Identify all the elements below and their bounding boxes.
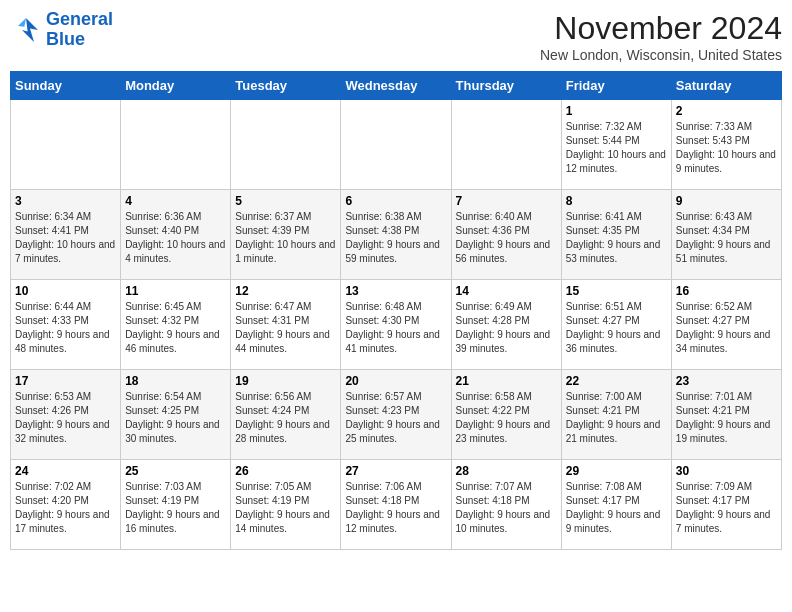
- calendar-cell: 26Sunrise: 7:05 AM Sunset: 4:19 PM Dayli…: [231, 460, 341, 550]
- day-number: 19: [235, 374, 336, 388]
- day-number: 29: [566, 464, 667, 478]
- day-number: 5: [235, 194, 336, 208]
- week-row-1: 3Sunrise: 6:34 AM Sunset: 4:41 PM Daylig…: [11, 190, 782, 280]
- day-info: Sunrise: 6:43 AM Sunset: 4:34 PM Dayligh…: [676, 210, 777, 266]
- day-info: Sunrise: 6:37 AM Sunset: 4:39 PM Dayligh…: [235, 210, 336, 266]
- day-number: 9: [676, 194, 777, 208]
- day-info: Sunrise: 7:32 AM Sunset: 5:44 PM Dayligh…: [566, 120, 667, 176]
- day-info: Sunrise: 7:02 AM Sunset: 4:20 PM Dayligh…: [15, 480, 116, 536]
- day-info: Sunrise: 7:05 AM Sunset: 4:19 PM Dayligh…: [235, 480, 336, 536]
- calendar-cell: 8Sunrise: 6:41 AM Sunset: 4:35 PM Daylig…: [561, 190, 671, 280]
- day-number: 4: [125, 194, 226, 208]
- day-info: Sunrise: 6:36 AM Sunset: 4:40 PM Dayligh…: [125, 210, 226, 266]
- calendar-cell: 11Sunrise: 6:45 AM Sunset: 4:32 PM Dayli…: [121, 280, 231, 370]
- day-number: 8: [566, 194, 667, 208]
- month-title: November 2024: [540, 10, 782, 47]
- day-info: Sunrise: 6:40 AM Sunset: 4:36 PM Dayligh…: [456, 210, 557, 266]
- day-info: Sunrise: 7:06 AM Sunset: 4:18 PM Dayligh…: [345, 480, 446, 536]
- header: General Blue November 2024 New London, W…: [10, 10, 782, 63]
- weekday-header-tuesday: Tuesday: [231, 72, 341, 100]
- day-info: Sunrise: 7:07 AM Sunset: 4:18 PM Dayligh…: [456, 480, 557, 536]
- calendar-cell: 22Sunrise: 7:00 AM Sunset: 4:21 PM Dayli…: [561, 370, 671, 460]
- day-number: 21: [456, 374, 557, 388]
- title-area: November 2024 New London, Wisconsin, Uni…: [540, 10, 782, 63]
- weekday-header-friday: Friday: [561, 72, 671, 100]
- day-info: Sunrise: 7:09 AM Sunset: 4:17 PM Dayligh…: [676, 480, 777, 536]
- day-info: Sunrise: 7:00 AM Sunset: 4:21 PM Dayligh…: [566, 390, 667, 446]
- calendar-cell: 23Sunrise: 7:01 AM Sunset: 4:21 PM Dayli…: [671, 370, 781, 460]
- weekday-header-thursday: Thursday: [451, 72, 561, 100]
- day-info: Sunrise: 6:41 AM Sunset: 4:35 PM Dayligh…: [566, 210, 667, 266]
- day-number: 11: [125, 284, 226, 298]
- day-info: Sunrise: 7:33 AM Sunset: 5:43 PM Dayligh…: [676, 120, 777, 176]
- week-row-4: 24Sunrise: 7:02 AM Sunset: 4:20 PM Dayli…: [11, 460, 782, 550]
- day-info: Sunrise: 6:47 AM Sunset: 4:31 PM Dayligh…: [235, 300, 336, 356]
- day-number: 24: [15, 464, 116, 478]
- logo-text: General Blue: [46, 10, 113, 50]
- day-info: Sunrise: 7:08 AM Sunset: 4:17 PM Dayligh…: [566, 480, 667, 536]
- logo-line1: General: [46, 9, 113, 29]
- day-number: 6: [345, 194, 446, 208]
- day-number: 14: [456, 284, 557, 298]
- day-info: Sunrise: 6:58 AM Sunset: 4:22 PM Dayligh…: [456, 390, 557, 446]
- day-info: Sunrise: 6:48 AM Sunset: 4:30 PM Dayligh…: [345, 300, 446, 356]
- week-row-2: 10Sunrise: 6:44 AM Sunset: 4:33 PM Dayli…: [11, 280, 782, 370]
- day-number: 22: [566, 374, 667, 388]
- calendar-cell: 21Sunrise: 6:58 AM Sunset: 4:22 PM Dayli…: [451, 370, 561, 460]
- calendar-cell: [11, 100, 121, 190]
- day-info: Sunrise: 6:52 AM Sunset: 4:27 PM Dayligh…: [676, 300, 777, 356]
- calendar-cell: 18Sunrise: 6:54 AM Sunset: 4:25 PM Dayli…: [121, 370, 231, 460]
- calendar-table: SundayMondayTuesdayWednesdayThursdayFrid…: [10, 71, 782, 550]
- calendar-cell: 13Sunrise: 6:48 AM Sunset: 4:30 PM Dayli…: [341, 280, 451, 370]
- weekday-header-monday: Monday: [121, 72, 231, 100]
- day-number: 17: [15, 374, 116, 388]
- calendar-cell: 3Sunrise: 6:34 AM Sunset: 4:41 PM Daylig…: [11, 190, 121, 280]
- day-number: 10: [15, 284, 116, 298]
- calendar-cell: 25Sunrise: 7:03 AM Sunset: 4:19 PM Dayli…: [121, 460, 231, 550]
- day-info: Sunrise: 6:49 AM Sunset: 4:28 PM Dayligh…: [456, 300, 557, 356]
- day-number: 15: [566, 284, 667, 298]
- day-number: 23: [676, 374, 777, 388]
- day-number: 27: [345, 464, 446, 478]
- day-number: 3: [15, 194, 116, 208]
- day-info: Sunrise: 6:44 AM Sunset: 4:33 PM Dayligh…: [15, 300, 116, 356]
- svg-marker-1: [18, 18, 26, 27]
- day-number: 20: [345, 374, 446, 388]
- week-row-3: 17Sunrise: 6:53 AM Sunset: 4:26 PM Dayli…: [11, 370, 782, 460]
- calendar-cell: [231, 100, 341, 190]
- day-info: Sunrise: 7:03 AM Sunset: 4:19 PM Dayligh…: [125, 480, 226, 536]
- calendar-cell: 16Sunrise: 6:52 AM Sunset: 4:27 PM Dayli…: [671, 280, 781, 370]
- day-number: 25: [125, 464, 226, 478]
- calendar-cell: 6Sunrise: 6:38 AM Sunset: 4:38 PM Daylig…: [341, 190, 451, 280]
- day-number: 16: [676, 284, 777, 298]
- calendar-cell: 28Sunrise: 7:07 AM Sunset: 4:18 PM Dayli…: [451, 460, 561, 550]
- calendar-cell: [341, 100, 451, 190]
- day-number: 2: [676, 104, 777, 118]
- calendar-cell: 2Sunrise: 7:33 AM Sunset: 5:43 PM Daylig…: [671, 100, 781, 190]
- location-title: New London, Wisconsin, United States: [540, 47, 782, 63]
- day-number: 1: [566, 104, 667, 118]
- logo-line2: Blue: [46, 29, 85, 49]
- day-info: Sunrise: 6:38 AM Sunset: 4:38 PM Dayligh…: [345, 210, 446, 266]
- calendar-cell: 9Sunrise: 6:43 AM Sunset: 4:34 PM Daylig…: [671, 190, 781, 280]
- calendar-cell: 24Sunrise: 7:02 AM Sunset: 4:20 PM Dayli…: [11, 460, 121, 550]
- day-info: Sunrise: 6:56 AM Sunset: 4:24 PM Dayligh…: [235, 390, 336, 446]
- day-number: 7: [456, 194, 557, 208]
- calendar-cell: 19Sunrise: 6:56 AM Sunset: 4:24 PM Dayli…: [231, 370, 341, 460]
- calendar-cell: 5Sunrise: 6:37 AM Sunset: 4:39 PM Daylig…: [231, 190, 341, 280]
- calendar-cell: 1Sunrise: 7:32 AM Sunset: 5:44 PM Daylig…: [561, 100, 671, 190]
- calendar-cell: 14Sunrise: 6:49 AM Sunset: 4:28 PM Dayli…: [451, 280, 561, 370]
- logo-icon: [10, 14, 42, 46]
- weekday-header-sunday: Sunday: [11, 72, 121, 100]
- calendar-cell: 20Sunrise: 6:57 AM Sunset: 4:23 PM Dayli…: [341, 370, 451, 460]
- calendar-cell: [121, 100, 231, 190]
- day-number: 28: [456, 464, 557, 478]
- day-info: Sunrise: 7:01 AM Sunset: 4:21 PM Dayligh…: [676, 390, 777, 446]
- logo: General Blue: [10, 10, 113, 50]
- calendar-cell: 29Sunrise: 7:08 AM Sunset: 4:17 PM Dayli…: [561, 460, 671, 550]
- day-info: Sunrise: 6:45 AM Sunset: 4:32 PM Dayligh…: [125, 300, 226, 356]
- day-number: 26: [235, 464, 336, 478]
- day-info: Sunrise: 6:57 AM Sunset: 4:23 PM Dayligh…: [345, 390, 446, 446]
- calendar-cell: 10Sunrise: 6:44 AM Sunset: 4:33 PM Dayli…: [11, 280, 121, 370]
- weekday-header-wednesday: Wednesday: [341, 72, 451, 100]
